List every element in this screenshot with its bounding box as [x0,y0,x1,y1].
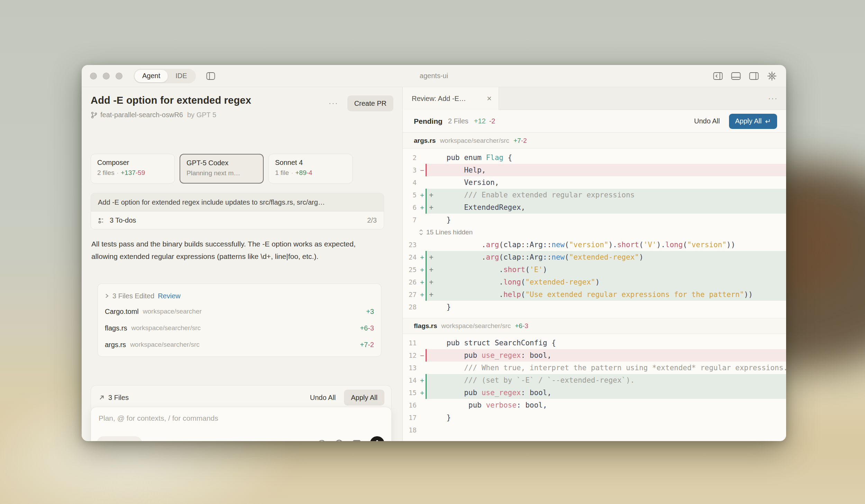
diff-row: 25++ .short('E') [403,263,786,276]
close-tab-icon[interactable]: × [487,94,492,103]
review-link[interactable]: Review [158,292,181,300]
code-line: pub verbose: bool, [427,399,547,411]
attach-image-icon[interactable] [352,439,361,441]
diff-row-body: + .long("extended-regex") [426,276,786,288]
diff-row: 5++ /// Enable extended regular expressi… [403,189,786,201]
pending-status: Pending [414,117,443,125]
undo-all-button[interactable]: Undo All [310,394,336,402]
diff-marker [419,176,426,189]
diff-row-body: } [426,301,786,313]
agent-card[interactable]: GPT-5 CodexPlanning next m… [180,154,264,184]
code-line: + /// Enable extended regular expression… [427,189,635,201]
agent-card[interactable]: Sonnet 41 file·+89-4 [268,154,353,184]
diff-file-path: workspace/searcher/src [441,322,511,330]
composer-input[interactable]: Plan, @ for contexts, / for commands [99,414,384,422]
agent-card-additions: +137 [121,169,136,176]
files-edited-header[interactable]: 3 Files Edited Review [105,289,374,303]
code-line [427,424,429,436]
code-line: Help, [427,164,486,176]
todos-row[interactable]: 3 To-dos 2/3 [91,211,384,229]
file-additions: +3 [366,308,374,315]
settings-gear-icon[interactable] [767,71,777,81]
branch-name: feat-parallel-search-oswR6 [100,111,183,119]
review-menu-button[interactable]: ··· [768,94,778,103]
branch-row: feat-parallel-search-oswR6 by GPT 5 [91,111,393,119]
collapse-panel-icon[interactable] [713,71,723,81]
agent-mode-dropdown[interactable]: ∞ Agent [97,436,142,441]
mode-tab-agent[interactable]: Agent [135,70,168,82]
code-line: pub struct SearchConfig { [427,337,556,349]
minimize-window-button[interactable] [103,73,110,80]
diff-marker: − [419,349,426,362]
review-apply-all-button[interactable]: Apply All ↵ [729,114,777,129]
todos-label: 3 To-dos [110,216,136,224]
files-edited-label: 3 Files Edited [112,292,154,300]
agent-card-deletions: -59 [136,169,145,176]
diff-file-header[interactable]: flags.rsworkspace/searcher/src+6-3 [403,318,786,334]
thread-menu-button[interactable]: ··· [329,99,338,108]
diff-file-additions: +6 [515,322,522,329]
right-panel-icon[interactable] [749,71,759,81]
review-tab[interactable]: Review: Add -E… × [403,87,499,110]
model-dropdown[interactable]: Sonnet 4.5 [149,440,190,441]
diff-marker: + [419,251,426,263]
bottom-panel-icon[interactable] [731,71,741,81]
apply-all-button[interactable]: Apply All [344,390,384,405]
agent-card-additions: +89 [295,169,306,176]
diff-file-deletions: -3 [522,322,528,329]
line-number: 2 [403,151,419,164]
hidden-lines-row[interactable]: 15 Lines hidden [403,226,786,239]
diff-marker [419,301,426,313]
diff-marker [419,239,426,251]
diff-marker [419,362,426,374]
diff-row-body: + .arg(clap::Arg::new("extended-regex") [426,251,786,263]
microphone-button[interactable] [370,436,384,441]
line-number: 6 [403,201,419,214]
microphone-icon [374,440,381,441]
edited-file-row[interactable]: Cargo.tomlworkspace/searcher+3 [105,303,374,320]
line-number: 3 [403,164,419,176]
line-number: 13 [403,362,419,374]
web-search-icon[interactable] [335,439,344,441]
files-count[interactable]: 3 Files [99,394,129,402]
diff-row: 3− Help, [403,164,786,176]
code-line: } [427,214,451,226]
line-number: 23 [403,239,419,251]
traffic-lights [90,73,122,80]
sidebar-toggle-icon[interactable] [206,71,216,81]
task-box[interactable]: Add -E option for extended regex include… [91,193,384,230]
pending-files-count: 2 Files [448,117,468,125]
agent-card-name: GPT-5 Codex [186,159,257,167]
hidden-lines-label: 15 Lines hidden [426,228,473,236]
apply-all-label: Apply All [735,117,762,125]
diff-row: 7 } [403,214,786,226]
mention-context-button[interactable]: @ [317,439,326,441]
diff-row-body: /// When true, interpret the pattern usi… [426,362,786,374]
code-line: Version, [427,176,499,189]
diff-row: 16 pub verbose: bool, [403,399,786,411]
diff-row-body: + .short('E') [426,263,786,276]
diff-marker [419,399,426,411]
diff-row-body: } [426,411,786,424]
diff-row: 26++ .long("extended-regex") [403,276,786,288]
zoom-window-button[interactable] [116,73,122,80]
diff-file-header[interactable]: args.rsworkspace/searcher/src+7-2 [403,133,786,149]
agent-card-deletions: -4 [307,169,312,176]
edited-file-row[interactable]: flags.rsworkspace/searcher/src+6-3 [105,320,374,336]
agent-card[interactable]: Composer2 files·+137-59 [91,154,175,184]
review-panel: Review: Add -E… × ··· Pending 2 Files +1… [403,87,786,441]
review-undo-all-button[interactable]: Undo All [694,117,720,125]
code-line: /// When true, interpret the pattern usi… [427,362,786,374]
line-number: 24 [403,251,419,263]
mode-tab-ide[interactable]: IDE [168,70,194,82]
return-key-icon: ↵ [765,117,771,125]
diff-marker: + [419,201,426,214]
create-pr-button[interactable]: Create PR [347,95,393,111]
file-additions: +6 [360,324,368,332]
diff-row: 24++ .arg(clap::Arg::new("extended-regex… [403,251,786,263]
pending-deletions: -2 [489,117,495,125]
edited-file-row[interactable]: args.rsworkspace/searcher/src+7-2 [105,336,374,353]
file-diffstat: +3 [366,308,374,316]
close-window-button[interactable] [90,73,97,80]
diff-row: 27++ .help("Use extended regular express… [403,288,786,301]
